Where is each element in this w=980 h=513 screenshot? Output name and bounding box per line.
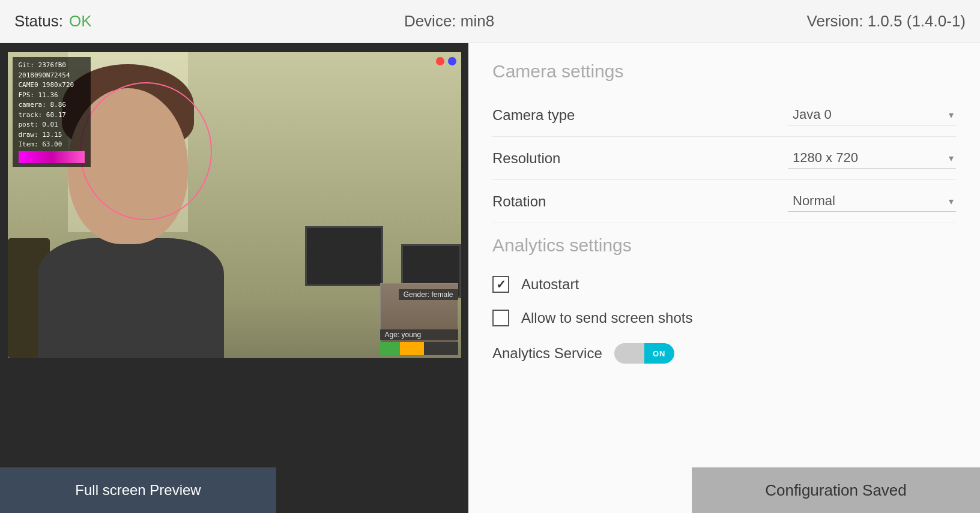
stat-post: post: 0.01 <box>19 120 85 130</box>
resolution-value-container[interactable]: 1280 x 720 ▾ <box>764 148 956 169</box>
status-container: Status: OK <box>14 12 92 31</box>
rotation-dropdown[interactable]: Normal ▾ <box>788 191 956 212</box>
age-bar-container <box>380 342 458 355</box>
camera-type-value: Java 0 <box>793 107 832 122</box>
autostart-checkbox[interactable]: ✓ <box>492 276 509 293</box>
camera-type-dropdown[interactable]: Java 0 ▾ <box>788 104 956 125</box>
rotation-label: Rotation <box>492 193 546 210</box>
device-label: Device: min8 <box>404 12 494 31</box>
rotation-value-container[interactable]: Normal ▾ <box>764 191 956 212</box>
version-label: Version: 1.0.5 (1.4.0-1) <box>807 12 966 31</box>
age-bar-rest <box>424 342 458 355</box>
screenshots-checkbox[interactable] <box>492 310 509 326</box>
analytics-service-label: Analytics Service <box>492 345 602 362</box>
age-bar-orange <box>400 342 424 355</box>
age-label: Age: young <box>380 329 458 340</box>
dot-blue <box>448 57 456 65</box>
stat-line2: 2018090N72454 <box>19 71 85 81</box>
resolution-dropdown[interactable]: 1280 x 720 ▾ <box>788 148 956 169</box>
stats-overlay: Git: 2376fB0 2018090N72454 CAME0 1980x72… <box>13 57 91 167</box>
resolution-value: 1280 x 720 <box>793 150 858 165</box>
toggle-on-part: ON <box>644 343 674 364</box>
resolution-row: Resolution 1280 x 720 ▾ <box>492 137 956 180</box>
resolution-arrow-icon: ▾ <box>949 152 954 164</box>
rotation-row: Rotation Normal ▾ <box>492 180 956 223</box>
screenshots-row: Allow to send screen shots <box>492 301 956 335</box>
fullscreen-preview-button[interactable]: Full screen Preview <box>0 467 276 513</box>
camera-preview: Git: 2376fB0 2018090N72454 CAME0 1980x72… <box>8 52 461 358</box>
toggle-off-part <box>614 343 644 364</box>
face-detection-corner <box>436 57 456 65</box>
right-panel: Camera settings Camera type Java 0 ▾ Res… <box>468 43 980 513</box>
rotation-arrow-icon: ▾ <box>949 196 954 207</box>
camera-type-arrow-icon: ▾ <box>949 109 954 121</box>
face-detection-circle <box>80 82 212 220</box>
camera-type-row: Camera type Java 0 ▾ <box>492 94 956 137</box>
autostart-label: Autostart <box>521 276 579 293</box>
camera-type-value-container[interactable]: Java 0 ▾ <box>764 104 956 125</box>
stat-git: Git: 2376fB0 <box>19 61 85 71</box>
analytics-service-row: Analytics Service ON <box>492 335 956 372</box>
configuration-saved-button[interactable]: Configuration Saved <box>692 467 980 513</box>
header: Status: OK Device: min8 Version: 1.0.5 (… <box>0 0 980 43</box>
analytics-section: Analytics settings ✓ Autostart Allow to … <box>492 235 956 372</box>
stat-fps: FPS: 11.36 <box>19 91 85 101</box>
resolution-label: Resolution <box>492 150 560 167</box>
stat-track: track: 60.17 <box>19 110 85 121</box>
status-label: Status: <box>14 12 63 31</box>
stat-item: Item: 63.00 <box>19 140 85 150</box>
mini-graph <box>19 151 85 163</box>
camera-settings-title: Camera settings <box>492 61 956 82</box>
autostart-row: ✓ Autostart <box>492 268 956 301</box>
stat-cam: CAME0 1980x720 <box>19 80 85 91</box>
gender-label: Gender: female <box>399 289 458 300</box>
shoulder-shape <box>38 238 224 358</box>
screenshots-label: Allow to send screen shots <box>521 310 692 326</box>
analytics-settings-title: Analytics settings <box>492 235 956 256</box>
dot-red <box>436 57 444 65</box>
main-content: Git: 2376fB0 2018090N72454 CAME0 1980x72… <box>0 43 980 513</box>
camera-type-label: Camera type <box>492 107 575 124</box>
rotation-value: Normal <box>793 193 835 208</box>
toggle-on-label: ON <box>653 349 666 358</box>
left-panel: Git: 2376fB0 2018090N72454 CAME0 1980x72… <box>0 43 468 513</box>
toggle-track: ON <box>614 343 674 364</box>
stat-draw: draw: 13.15 <box>19 130 85 140</box>
stat-camera: camera: 8.86 <box>19 100 85 110</box>
analytics-service-toggle[interactable]: ON <box>614 343 674 364</box>
status-value: OK <box>69 12 92 31</box>
age-bar-green <box>380 342 400 355</box>
monitor1 <box>305 226 383 286</box>
autostart-checkmark: ✓ <box>496 277 506 292</box>
